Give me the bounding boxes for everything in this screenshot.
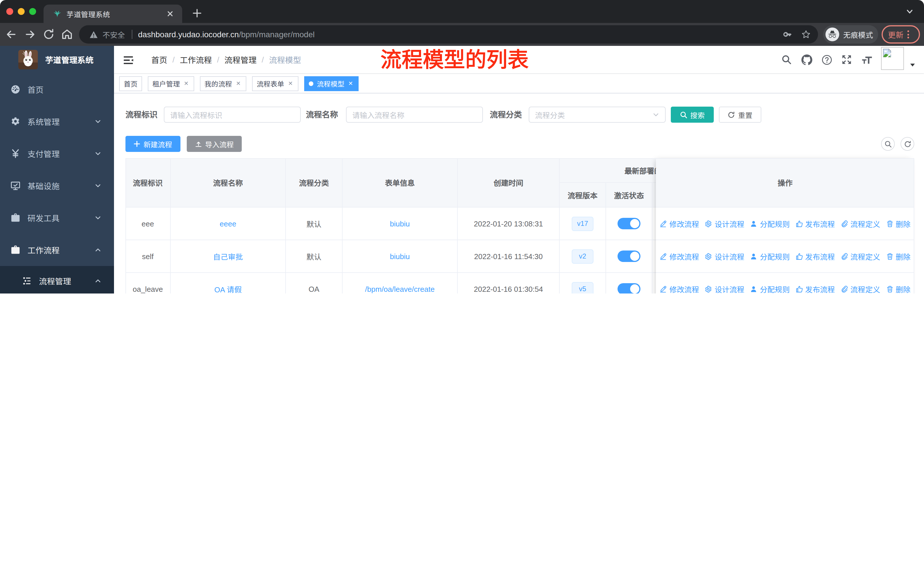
window-close-button[interactable] — [6, 8, 13, 15]
font-size-icon[interactable] — [861, 55, 872, 65]
workflow-icon — [10, 245, 21, 255]
action-setting-link[interactable]: 设计流程 — [705, 283, 744, 293]
column-header-name: 流程名称 — [171, 158, 286, 208]
page-url[interactable]: dashboard.yudao.iocoder.cn/bpm/manager/m… — [138, 30, 315, 39]
tag-item[interactable]: 首页 — [119, 76, 142, 91]
breadcrumb-item[interactable]: 流程管理 — [224, 54, 257, 65]
user-avatar-broken-image[interactable] — [881, 47, 904, 70]
version-badge[interactable]: v17 — [572, 217, 594, 231]
action-delete-link[interactable]: 删除 — [886, 283, 911, 293]
arrow-down-icon — [94, 150, 101, 157]
sidebar-item-dashboard[interactable]: 首页 — [0, 73, 114, 106]
system-icon — [10, 116, 21, 127]
avatar-dropdown-caret-icon[interactable] — [910, 64, 915, 66]
cell-process-name-link[interactable]: OA 请假 — [171, 273, 286, 293]
bookmark-star-icon[interactable] — [801, 29, 811, 40]
tag-item[interactable]: 我的流程✕ — [200, 76, 246, 91]
window-minimize-button[interactable] — [18, 8, 25, 15]
tag-close-icon[interactable]: ✕ — [183, 80, 190, 87]
cell-form-info-link[interactable]: /bpm/oa/leave/create — [343, 273, 458, 293]
action-delete-link[interactable]: 删除 — [886, 218, 911, 229]
tag-item[interactable]: 租户管理✕ — [148, 76, 194, 91]
browser-update-button[interactable]: 更新 — [882, 25, 920, 43]
version-badge[interactable]: v5 — [572, 282, 594, 293]
sidebar-item-monitor[interactable]: 基础设施 — [0, 170, 114, 202]
sidebar-item-label: 流程管理 — [39, 275, 71, 287]
sidebar-logo[interactable]: 芋道管理系统 — [0, 46, 114, 73]
cell-form-info-link[interactable]: biubiu — [343, 208, 458, 240]
action-delete-link[interactable]: 删除 — [886, 251, 911, 262]
tag-active[interactable]: 流程模型✕ — [304, 76, 359, 91]
address-bar[interactable]: 不安全 dashboard.yudao.iocoder.cn/bpm/manag… — [79, 25, 818, 43]
reset-button[interactable]: 重置 — [719, 107, 761, 123]
tag-item[interactable]: 流程表单✕ — [252, 76, 299, 91]
action-edit-link[interactable]: 修改流程 — [660, 251, 699, 262]
reload-button[interactable] — [42, 28, 56, 41]
cell-created-time: 2022-01-16 11:54:30 — [458, 240, 560, 273]
action-edit-link[interactable]: 修改流程 — [660, 283, 699, 293]
action-definition-link[interactable]: 流程定义 — [841, 251, 880, 262]
action-definition-link[interactable]: 流程定义 — [841, 283, 880, 293]
cell-process-name-link[interactable]: eeee — [171, 208, 286, 240]
search-button[interactable]: 搜索 — [671, 107, 714, 123]
tag-close-icon[interactable]: ✕ — [287, 80, 294, 87]
github-icon[interactable] — [802, 55, 812, 65]
setting-icon — [705, 220, 712, 227]
action-thumb-link[interactable]: 发布流程 — [795, 251, 835, 262]
tab-title: 芋道管理系统 — [66, 8, 110, 19]
create-process-button[interactable]: 新建流程 — [125, 136, 180, 152]
browser-menu-kebab-icon[interactable] — [908, 30, 909, 38]
fullscreen-icon[interactable] — [842, 55, 852, 65]
edit-icon — [660, 220, 667, 227]
cell-form-info-link[interactable]: biubiu — [343, 240, 458, 273]
header-search-icon[interactable] — [781, 55, 792, 65]
filter-key-input[interactable]: 请输入流程标识 — [164, 107, 301, 123]
action-user-solid-link[interactable]: 分配规则 — [750, 251, 790, 262]
setting-icon — [705, 253, 712, 260]
filter-category-select[interactable]: 流程分类 — [529, 107, 666, 123]
browser-tab[interactable]: 芋道管理系统 — [43, 5, 182, 23]
active-toggle-switch[interactable] — [617, 218, 640, 229]
sidebar-item-system[interactable]: 系统管理 — [0, 106, 114, 137]
sidebar-item-tool[interactable]: 研发工具 — [0, 202, 114, 234]
toggle-search-circle-button[interactable] — [881, 137, 895, 151]
action-definition-link[interactable]: 流程定义 — [841, 218, 880, 229]
breadcrumb-item[interactable]: 工作流程 — [180, 54, 212, 65]
password-key-icon[interactable] — [782, 29, 793, 40]
thumb-icon — [795, 253, 803, 260]
action-user-solid-link[interactable]: 分配规则 — [750, 283, 790, 293]
active-toggle-switch[interactable] — [617, 251, 640, 262]
back-button[interactable] — [4, 28, 18, 41]
action-edit-link[interactable]: 修改流程 — [660, 218, 699, 229]
tree-table-icon — [22, 276, 32, 286]
active-toggle-switch[interactable] — [617, 283, 640, 293]
action-thumb-link[interactable]: 发布流程 — [795, 283, 835, 293]
home-button[interactable] — [60, 28, 74, 41]
cell-process-name-link[interactable]: 自己审批 — [171, 240, 286, 273]
new-tab-button[interactable] — [191, 7, 203, 19]
tag-label: 流程表单 — [257, 79, 284, 88]
tag-close-icon[interactable]: ✕ — [235, 80, 242, 87]
action-user-solid-link[interactable]: 分配规则 — [750, 218, 790, 229]
action-setting-link[interactable]: 设计流程 — [705, 218, 744, 229]
tag-close-icon[interactable]: ✕ — [347, 80, 354, 87]
refresh-circle-button[interactable] — [901, 137, 914, 151]
filter-name-input[interactable]: 请输入流程名称 — [346, 107, 483, 123]
help-question-icon[interactable] — [822, 55, 832, 65]
breadcrumb-item[interactable]: 首页 — [151, 54, 167, 65]
incognito-label: 无痕模式 — [843, 29, 873, 40]
action-setting-link[interactable]: 设计流程 — [705, 251, 744, 262]
action-thumb-link[interactable]: 发布流程 — [795, 218, 835, 229]
forward-button[interactable] — [23, 28, 37, 41]
version-badge[interactable]: v2 — [572, 249, 594, 263]
window-zoom-button[interactable] — [29, 8, 36, 15]
security-label[interactable]: 不安全 — [102, 29, 125, 40]
actions-column-header: 操作 — [656, 158, 914, 208]
sidebar-item-money[interactable]: 支付管理 — [0, 137, 114, 170]
sidebar-collapse-hamburger-icon[interactable] — [122, 55, 134, 66]
tab-search-chevron-icon[interactable] — [906, 7, 914, 15]
import-process-button[interactable]: 导入流程 — [187, 136, 242, 152]
sidebar-item-workflow[interactable]: 工作流程 — [0, 234, 114, 266]
tab-close-icon[interactable] — [166, 10, 174, 18]
sidebar-item-tree-table[interactable]: 流程管理 — [0, 266, 114, 293]
